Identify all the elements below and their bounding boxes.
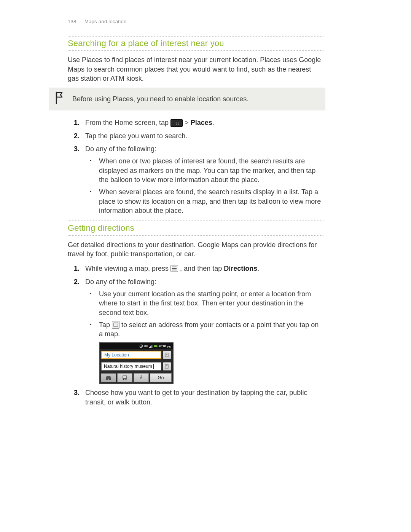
svg-rect-3: [150, 346, 151, 348]
mode-walk-button[interactable]: [134, 373, 149, 382]
end-contacts-button[interactable]: [163, 362, 171, 371]
svg-point-1: [140, 346, 142, 347]
section2-steps: While viewing a map, press , and then ta…: [68, 264, 323, 407]
places-label: Places: [191, 119, 212, 126]
contacts-picker-icon: [112, 321, 119, 329]
document-page: 138 Maps and location Searching for a pl…: [0, 0, 411, 532]
bullet: Tap to select an address from your conta…: [99, 320, 323, 385]
bullet: When one or two places of interest are f…: [99, 157, 323, 184]
bullet: When several places are found, the searc…: [99, 187, 323, 215]
bus-icon: [121, 375, 129, 380]
step-text: While viewing a map, press: [85, 265, 170, 272]
svg-rect-2: [149, 347, 150, 348]
end-location-input[interactable]: Natural history museum: [101, 362, 161, 371]
divider: [68, 235, 323, 236]
go-button[interactable]: Go: [150, 373, 172, 382]
svg-point-17: [126, 379, 127, 380]
svg-point-13: [109, 379, 111, 380]
section-title-places: Searching for a place of interest near y…: [68, 38, 323, 49]
phone-statusbar: 3G 6:18 PM: [100, 343, 173, 349]
network-label: 3G: [144, 344, 148, 348]
step: Tap the place you want to search.: [85, 131, 323, 141]
divider: [68, 220, 323, 221]
status-time: 6:18: [159, 344, 166, 348]
divider: [68, 36, 323, 37]
step-text: Do any of the following:: [85, 145, 156, 153]
step: Choose how you want to get to your desti…: [85, 388, 323, 407]
svg-rect-5: [153, 345, 153, 348]
start-location-input[interactable]: My Location: [101, 351, 161, 359]
svg-rect-15: [123, 376, 126, 378]
svg-point-12: [106, 379, 108, 380]
bullet-text: Tap: [99, 321, 112, 329]
start-contacts-button[interactable]: [163, 351, 171, 359]
svg-rect-9: [166, 354, 167, 355]
svg-rect-11: [166, 365, 167, 366]
step: Do any of the following: When one or two…: [85, 144, 323, 215]
flag-icon: [55, 91, 64, 104]
svg-rect-7: [158, 346, 158, 347]
section-title-directions: Getting directions: [68, 222, 323, 234]
car-icon: [105, 375, 112, 380]
mode-car-button[interactable]: [101, 373, 116, 382]
section1-steps: From the Home screen, tap > Places. Tap …: [68, 118, 323, 215]
menu-icon: [170, 265, 178, 272]
apps-grid-icon: [170, 119, 183, 127]
mode-transit-button[interactable]: [117, 373, 132, 382]
page-number: 138: [68, 18, 83, 25]
step: From the Home screen, tap > Places.: [85, 118, 323, 127]
divider: [68, 50, 323, 51]
step-text: >: [185, 119, 191, 126]
svg-point-18: [141, 375, 142, 377]
svg-rect-6: [154, 345, 157, 347]
battery-icon: [154, 344, 158, 348]
sub-bullets: Use your current location as the startin…: [85, 289, 323, 384]
page-header: 138 Maps and location: [68, 18, 323, 25]
bullet: Use your current location as the startin…: [99, 289, 323, 317]
status-time-suffix: PM: [167, 345, 172, 349]
step-text: Do any of the following:: [85, 278, 156, 286]
signal-icon: [149, 344, 153, 348]
walk-icon: [137, 375, 145, 380]
step-text: .: [257, 265, 259, 272]
header-section: Maps and location: [84, 19, 127, 24]
svg-point-16: [123, 379, 124, 380]
contacts-icon: [165, 364, 169, 369]
section1-intro: Use Places to find places of interest ne…: [68, 55, 323, 83]
bullet-text: to select an address from your contacts …: [99, 321, 319, 338]
step: While viewing a map, press , and then ta…: [85, 264, 323, 273]
note-text: Before using Places, you need to enable …: [72, 95, 249, 103]
sub-bullets: When one or two places of interest are f…: [85, 157, 323, 215]
note-box: Before using Places, you need to enable …: [49, 88, 325, 110]
directions-label: Directions: [224, 265, 257, 272]
phone-screenshot: 3G 6:18 PM My Location: [99, 342, 174, 384]
step-text: , and then tap: [180, 265, 224, 272]
contacts-icon: [165, 353, 169, 357]
svg-rect-4: [151, 345, 152, 348]
step-text: From the Home screen, tap: [85, 119, 170, 126]
step: Do any of the following: Use your curren…: [85, 277, 323, 385]
step-text: .: [212, 119, 214, 126]
gps-icon: [139, 344, 143, 348]
section2-intro: Get detailed directions to your destinat…: [68, 240, 323, 259]
